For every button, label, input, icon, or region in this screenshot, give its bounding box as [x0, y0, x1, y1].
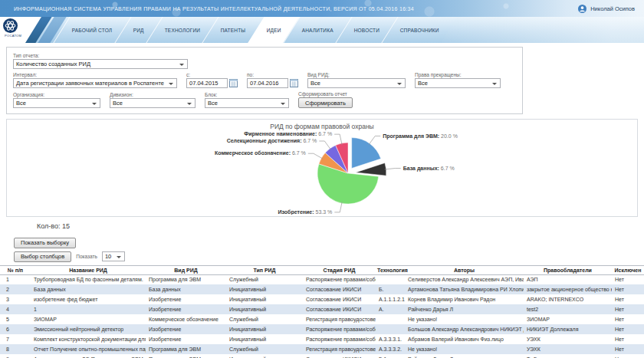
table-row[interactable]: 2База данныхБаза данныхИнициативныйСогла…: [0, 284, 644, 294]
rid-kind-select[interactable]: Все: [307, 78, 406, 88]
table-row[interactable]: 5ЗИОМАРКоммерческое обозначениеСлужебный…: [0, 314, 644, 324]
calendar-icon[interactable]: [290, 79, 298, 87]
table-cell: УЭХК: [524, 334, 612, 344]
table-cell: Нет: [612, 314, 644, 324]
block-select[interactable]: Все: [205, 98, 289, 108]
table-cell: А.: [376, 304, 405, 314]
rights-terminated-select[interactable]: Все: [415, 78, 501, 88]
table-cell: Согласование ИКИСИ: [303, 354, 376, 358]
rosatom-logo-icon: [3, 18, 18, 33]
svg-text:Селекционные достижения: 6.7 %: Селекционные достижения: 6.7 %: [227, 138, 317, 144]
table-cell: Нет: [612, 344, 644, 354]
show-selection-button[interactable]: Показать выборку: [14, 238, 76, 248]
user-menu[interactable]: Николай Осипов: [578, 0, 635, 17]
column-header[interactable]: Правообладатели: [524, 265, 612, 274]
table-cell: ЗИОМАР: [524, 314, 612, 324]
table-row[interactable]: 41ИзобретениеИнициативныйСогласование ИК…: [0, 304, 644, 314]
table-cell: ЗИОМАР: [31, 314, 146, 324]
table-cell: Абрамов Валерий Иванович Физ.лицо: [405, 334, 524, 344]
column-header[interactable]: Тип РИД: [226, 265, 303, 274]
date-to-value: 07.04.2016: [250, 80, 279, 87]
generate-report-button[interactable]: Сформировать: [298, 97, 353, 108]
table-cell: Регистрация правоудостоверяющего докумен…: [303, 344, 376, 354]
table-row[interactable]: 9Автодорога проект ФБ Программа для ЭВМП…: [0, 354, 644, 358]
table-cell: 5: [0, 314, 31, 324]
date-to-label: по:: [247, 72, 298, 77]
result-count: Кол-во: 15: [37, 222, 644, 230]
table-cell: Райченко Дарья Л: [405, 354, 524, 358]
svg-text:Коммерческое обозначение: 6.7: Коммерческое обозначение: 6.7 %: [215, 150, 306, 156]
table-cell: АЭП: [524, 274, 612, 284]
rights-terminated-label: Права прекращены:: [415, 72, 501, 77]
table-header: № п/пНазвание РИДВид РИДТип РИДСтадия РИ…: [0, 265, 644, 274]
filter-panel: Тип отчета: Количество созданных РИД Инт…: [6, 47, 523, 114]
table-row[interactable]: 7Комплект конструкторской документации д…: [0, 334, 644, 344]
column-header[interactable]: Технология: [376, 265, 405, 274]
interval-select[interactable]: Дата регистрации заявочных материалов в …: [13, 78, 177, 88]
date-to-input[interactable]: 07.04.2016: [247, 78, 288, 88]
table-cell: Согласование ИКИСИ: [303, 294, 376, 304]
table-cell: Инициативный: [226, 354, 303, 358]
table-cell: Распоряжение правами/собственное использ…: [303, 334, 376, 344]
calendar-icon[interactable]: [229, 79, 238, 87]
page-size-select[interactable]: 10: [102, 251, 125, 261]
table-cell: Большов Александр Александрович НИКИЭТ Д…: [405, 324, 524, 334]
column-header[interactable]: Название РИД: [31, 265, 146, 274]
date-from-input[interactable]: 07.04.2015: [186, 78, 228, 88]
pie-chart: Программа для ЭВМ: 20.0 %База данных: 6.…: [7, 130, 637, 215]
page-size-value: 10: [105, 253, 111, 260]
svg-text:Фирменное наименование: 6.7 %: Фирменное наименование: 6.7 %: [244, 131, 332, 137]
division-select[interactable]: Все: [110, 98, 196, 108]
table-row[interactable]: 3изобретение фед бюджетИзобретениеИнициа…: [0, 294, 644, 304]
table-cell: 7: [0, 334, 31, 344]
generate-report-label: Сформировать отчет: [298, 91, 353, 97]
column-header[interactable]: Стадия РИД: [303, 265, 376, 274]
table-cell: Программа для ЭВМ: [146, 344, 226, 354]
date-from-value: 07.04.2015: [189, 80, 219, 87]
table-cell: Нет: [612, 354, 644, 358]
interval-label: Интервал:: [13, 72, 177, 77]
table-cell: Согласование ИКИСИ: [303, 304, 376, 314]
table-cell: Артамонова Татьяна Владимировна РИ Хлопи…: [405, 284, 524, 294]
chart-title: РИД по формам правовой охраны: [7, 120, 637, 130]
table-cell: Изобретение: [146, 294, 226, 304]
column-header[interactable]: № п/п: [0, 265, 31, 274]
column-header[interactable]: Исключен: [612, 265, 644, 274]
table-cell: Инициативный: [226, 304, 303, 314]
user-icon: [578, 5, 586, 13]
table-cell: изобретение фед бюджет: [31, 294, 146, 304]
table-cell: 3: [0, 294, 31, 304]
block-label: Блок:: [205, 92, 289, 97]
page-size-label: Показать: [76, 254, 97, 259]
table-cell: Программа для ЭВМ: [146, 274, 226, 284]
table-cell: Изобретение: [146, 304, 226, 314]
table-cell: 9: [0, 354, 31, 358]
table-cell: Программа для ЭВМ: [146, 354, 226, 358]
table-row[interactable]: 8Отчет Получение опытно-промышленных пар…: [0, 344, 644, 354]
organization-value: Все: [16, 100, 26, 107]
table-cell: Нет: [612, 294, 644, 304]
organization-select[interactable]: Все: [13, 98, 100, 108]
table-cell: [376, 274, 405, 284]
table-cell: Корнев Владимир Иванович Радон: [405, 294, 524, 304]
table-cell: Изобретение: [146, 324, 226, 334]
table-cell: База данных: [146, 284, 226, 294]
table-cell: Не указано!: [405, 344, 524, 354]
table-row[interactable]: 6Эмиссионный нейтронный детекторИзобрете…: [0, 324, 644, 334]
column-header[interactable]: Авторы: [405, 265, 524, 274]
table-cell: test2: [524, 304, 612, 314]
choose-columns-button[interactable]: Выбор столбцов: [14, 251, 71, 262]
table-cell: Изобретение: [146, 334, 226, 344]
svg-text:Программа для ЭВМ: 20.0 %: Программа для ЭВМ: 20.0 %: [383, 133, 458, 140]
column-header[interactable]: Вид РИД: [146, 265, 226, 274]
table-cell: Не указано!: [405, 314, 524, 324]
results-controls: Кол-во: 15 Показать выборку Выбор столбц…: [14, 222, 644, 262]
division-label: Дивизион:: [110, 92, 196, 97]
logo-text: РОСАТОМ: [5, 34, 21, 38]
table-cell: Нет: [612, 334, 644, 344]
nav-tabs: РАБОЧИЙ СТОЛРИДТЕХНОЛОГИИПАТЕНТЫИДЕИАНАЛ…: [61, 17, 449, 43]
table-row[interactable]: 1Трубопроводная БД по фасонным деталям.П…: [0, 274, 644, 284]
report-type-select[interactable]: Количество созданных РИД: [13, 59, 188, 69]
table-cell: 1: [31, 304, 146, 314]
date-from-label: с:: [186, 72, 238, 77]
